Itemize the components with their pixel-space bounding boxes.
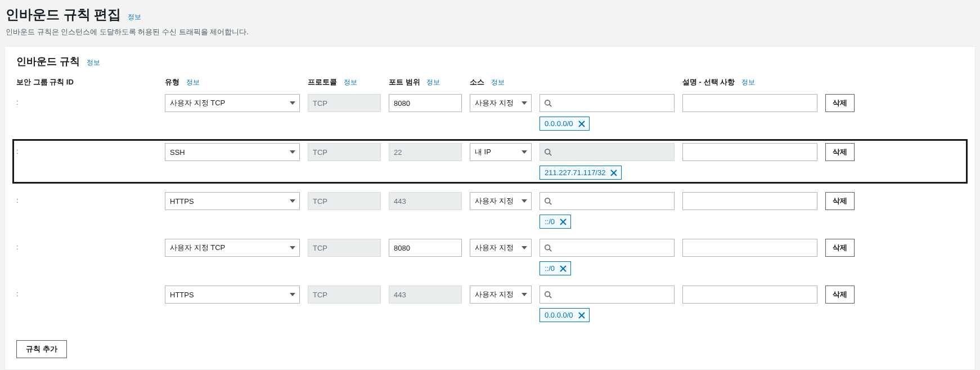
source-cidr-text: 0.0.0.0/0 bbox=[545, 119, 573, 128]
description-input[interactable] bbox=[682, 192, 817, 210]
add-rule-button[interactable]: 규칙 추가 bbox=[16, 340, 67, 358]
col-port-info[interactable]: 정보 bbox=[426, 78, 440, 86]
description-input[interactable] bbox=[682, 94, 817, 112]
source-cidr-tag: ::/0 bbox=[540, 261, 571, 275]
inbound-rules-panel: 인바운드 규칙 정보 보안 그룹 규칙 ID 유형 정보 프로토콜 정보 포트 … bbox=[5, 46, 975, 370]
page-info-link[interactable]: 정보 bbox=[128, 13, 141, 21]
description-input[interactable] bbox=[682, 239, 817, 257]
chevron-down-icon bbox=[522, 246, 527, 249]
type-select[interactable]: 사용자 지정 TCP bbox=[165, 239, 300, 257]
source-cidr-text: 0.0.0.0/0 bbox=[545, 311, 573, 319]
rule-id-cell: : bbox=[16, 192, 157, 204]
col-desc-info[interactable]: 정보 bbox=[741, 78, 755, 86]
description-input[interactable] bbox=[682, 143, 817, 161]
chevron-down-icon bbox=[290, 199, 295, 203]
chevron-down-icon bbox=[290, 101, 295, 105]
description-input[interactable] bbox=[682, 286, 817, 304]
col-rule-id: 보안 그룹 규칙 ID bbox=[16, 77, 157, 87]
source-cidr-tag: 0.0.0.0/0 bbox=[540, 117, 590, 131]
type-select[interactable]: SSH bbox=[165, 143, 300, 161]
port-input[interactable] bbox=[389, 239, 462, 257]
chevron-down-icon bbox=[522, 101, 527, 105]
protocol-field: TCP bbox=[308, 239, 381, 257]
source-cidr-text: ::/0 bbox=[545, 217, 555, 226]
delete-rule-button[interactable]: 삭제 bbox=[825, 239, 855, 257]
col-source: 소스 정보 bbox=[470, 77, 532, 87]
col-port: 포트 범위 정보 bbox=[389, 77, 462, 87]
rule-id-cell: : bbox=[16, 286, 157, 298]
rule-id-cell: : bbox=[16, 239, 157, 251]
port-input bbox=[389, 286, 462, 304]
source-cidr-text: ::/0 bbox=[545, 264, 555, 273]
port-input bbox=[389, 143, 462, 161]
chevron-down-icon bbox=[290, 150, 295, 154]
source-cidr-tag: 211.227.71.117/32 bbox=[540, 166, 622, 180]
chevron-down-icon bbox=[290, 246, 295, 249]
remove-tag-button[interactable] bbox=[559, 265, 567, 273]
col-type-info[interactable]: 정보 bbox=[186, 78, 200, 86]
source-search-input bbox=[540, 143, 675, 161]
col-protocol: 프로토콜 정보 bbox=[308, 77, 381, 87]
remove-tag-button[interactable] bbox=[610, 169, 618, 177]
rule-id-cell: : bbox=[16, 94, 157, 106]
col-desc: 설명 - 선택 사항 정보 bbox=[682, 77, 817, 87]
protocol-field: TCP bbox=[308, 143, 381, 161]
delete-rule-button[interactable]: 삭제 bbox=[825, 143, 855, 161]
delete-rule-button[interactable]: 삭제 bbox=[825, 94, 855, 112]
remove-tag-button[interactable] bbox=[559, 218, 567, 226]
page-description: 인바운드 규칙은 인스턴스에 도달하도록 허용된 수신 트래픽을 제어합니다. bbox=[6, 27, 974, 37]
port-input bbox=[389, 192, 462, 210]
source-search-input[interactable] bbox=[540, 94, 675, 112]
remove-tag-button[interactable] bbox=[578, 311, 586, 319]
delete-rule-button[interactable]: 삭제 bbox=[825, 286, 855, 304]
panel-info-link[interactable]: 정보 bbox=[87, 59, 100, 66]
type-select[interactable]: 사용자 지정 TCP bbox=[165, 94, 300, 112]
source-cidr-tag: 0.0.0.0/0 bbox=[540, 308, 590, 322]
remove-tag-button[interactable] bbox=[578, 120, 586, 128]
rule-id-cell: : bbox=[16, 143, 157, 155]
col-protocol-info[interactable]: 정보 bbox=[344, 78, 357, 86]
delete-rule-button[interactable]: 삭제 bbox=[825, 192, 855, 210]
source-cidr-tag: ::/0 bbox=[540, 215, 571, 229]
type-select[interactable]: HTTPS bbox=[165, 192, 300, 210]
column-headers: 보안 그룹 규칙 ID 유형 정보 프로토콜 정보 포트 범위 정보 소스 정보… bbox=[5, 74, 975, 92]
type-select[interactable]: HTTPS bbox=[165, 286, 300, 304]
panel-title: 인바운드 규칙 bbox=[16, 55, 80, 68]
page-title: 인바운드 규칙 편집 bbox=[6, 6, 121, 24]
protocol-field: TCP bbox=[308, 192, 381, 210]
port-input[interactable] bbox=[389, 94, 462, 112]
source-search-input[interactable] bbox=[540, 192, 675, 210]
chevron-down-icon bbox=[290, 293, 295, 296]
source-cidr-text: 211.227.71.117/32 bbox=[545, 168, 605, 177]
source-search-input[interactable] bbox=[540, 239, 675, 257]
chevron-down-icon bbox=[522, 293, 527, 296]
protocol-field: TCP bbox=[308, 286, 381, 304]
col-source-info[interactable]: 정보 bbox=[491, 78, 505, 86]
chevron-down-icon bbox=[522, 199, 527, 203]
chevron-down-icon bbox=[522, 150, 527, 154]
source-search-input[interactable] bbox=[540, 286, 675, 304]
protocol-field: TCP bbox=[308, 94, 381, 112]
col-type: 유형 정보 bbox=[165, 77, 300, 87]
